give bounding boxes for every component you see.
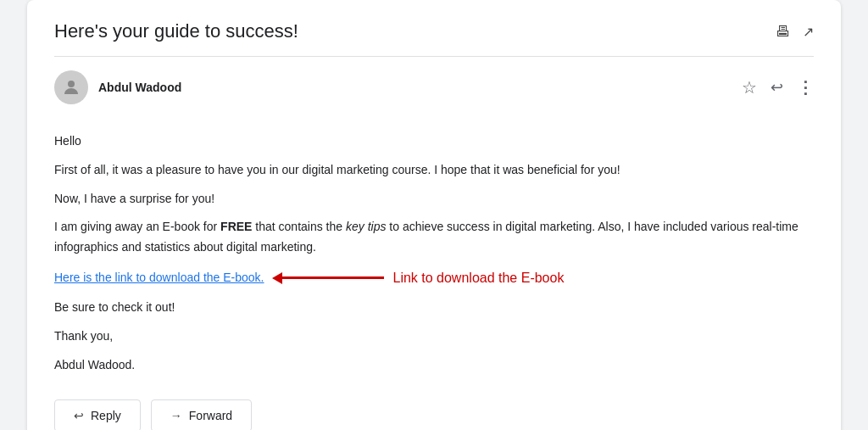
para3-bold: FREE xyxy=(220,220,252,233)
forward-icon: → xyxy=(170,409,182,422)
sender-left: Abdul Wadood xyxy=(54,70,181,104)
reply-button[interactable]: ↩ Reply xyxy=(54,399,141,430)
para1: First of all, it was a pleasure to have … xyxy=(54,160,814,181)
ebook-link[interactable]: Here is the link to download the E-book. xyxy=(54,268,264,288)
para3: I am giving away an E-book for FREE that… xyxy=(54,217,814,258)
avatar xyxy=(54,70,88,104)
divider xyxy=(54,56,814,57)
para3-italic: key tips xyxy=(346,220,386,233)
more-icon[interactable]: ⋮ xyxy=(797,77,814,98)
email-title-row: Here's your guide to success! 🖶 ↗ xyxy=(54,20,814,42)
arrow-head-icon xyxy=(272,272,282,284)
annotation-text: Link to download the E-book xyxy=(392,266,564,289)
action-buttons: ↩ Reply → Forward xyxy=(54,399,814,430)
reply-header-icon[interactable]: ↩ xyxy=(771,78,783,97)
sender-row: Abdul Wadood ☆ ↩ ⋮ xyxy=(54,70,814,114)
svg-point-0 xyxy=(68,81,75,87)
reply-label: Reply xyxy=(91,409,121,422)
para3-middle: that contains the xyxy=(252,220,346,233)
forward-label: Forward xyxy=(189,409,232,422)
email-body: Hello First of all, it was a pleasure to… xyxy=(54,131,814,376)
reply-icon: ↩ xyxy=(74,409,84,422)
greeting: Hello xyxy=(54,131,814,152)
sign2: Abdul Wadood. xyxy=(54,355,814,376)
para4: Be sure to check it out! xyxy=(54,298,814,318)
annotation-row: Here is the link to download the E-book.… xyxy=(54,266,814,289)
print-icon[interactable]: 🖶 xyxy=(776,23,791,41)
arrow-container xyxy=(272,272,384,284)
title-icons: 🖶 ↗ xyxy=(776,23,814,41)
para2: Now, I have a surprise for you! xyxy=(54,189,814,209)
para3-prefix: I am giving away an E-book for xyxy=(54,220,220,233)
star-icon[interactable]: ☆ xyxy=(742,77,757,98)
email-title: Here's your guide to success! xyxy=(54,20,298,42)
forward-button[interactable]: → Forward xyxy=(151,399,252,430)
sender-icons: ☆ ↩ ⋮ xyxy=(742,77,814,98)
arrow-line xyxy=(282,276,384,279)
email-container: Here's your guide to success! 🖶 ↗ Abdul … xyxy=(27,0,841,430)
sender-name: Abdul Wadood xyxy=(98,81,181,94)
sign1: Thank you, xyxy=(54,327,814,347)
popout-icon[interactable]: ↗ xyxy=(803,24,814,40)
